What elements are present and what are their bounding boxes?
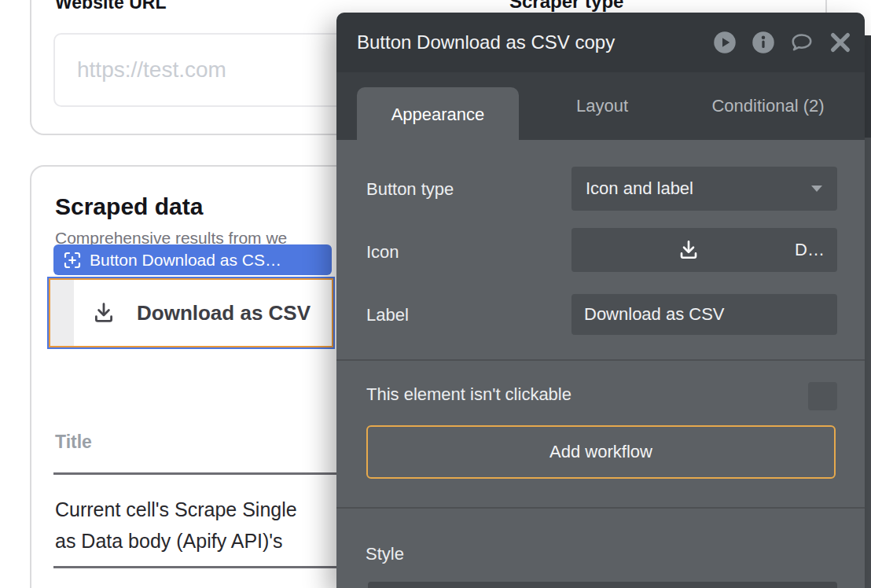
table-divider-top	[53, 472, 336, 475]
button-type-value: Icon and label	[586, 178, 693, 199]
panel-header: Button Download as CSV copy	[336, 13, 865, 72]
label-field-label: Label	[366, 305, 409, 325]
selection-outline: Download as CSV	[49, 278, 333, 347]
cell-expression-line2: as Data body (Apify API)'s	[55, 525, 297, 557]
chevron-down-icon	[810, 185, 823, 193]
section-divider	[336, 507, 865, 509]
scraper-type-label: Scraper type	[509, 0, 623, 13]
download-csv-button-selected[interactable]: Download as CSV	[47, 277, 335, 349]
table-column-header: Title	[55, 432, 92, 453]
background-window-header-sliver	[865, 35, 871, 138]
not-clickable-note: This element isn't clickable	[366, 384, 571, 405]
scraped-data-title: Scraped data	[55, 193, 203, 220]
button-left-strip	[50, 280, 74, 346]
button-type-label: Button type	[366, 179, 454, 200]
label-input[interactable]	[571, 294, 837, 335]
close-icon[interactable]	[829, 31, 852, 54]
button-type-dropdown[interactable]: Icon and label	[571, 167, 837, 211]
property-editor-panel: Button Download as CSV copy	[336, 13, 865, 588]
bubble-editor-screen: Website URL Scraper type Scraped data Co…	[0, 0, 871, 588]
icon-picker[interactable]: D…	[571, 228, 837, 272]
selection-badge-label: Button Download as CS…	[90, 251, 281, 270]
clickable-checkbox[interactable]	[808, 382, 837, 410]
website-url-label: Website URL	[55, 0, 166, 13]
download-csv-button-label: Download as CSV	[137, 301, 311, 325]
table-divider-bottom	[53, 566, 336, 568]
selection-badge[interactable]: Button Download as CS…	[53, 244, 332, 275]
table-cell-expression: Current cell's Scrape Single as Data bod…	[55, 494, 297, 557]
cell-expression-line1: Current cell's Scrape Single	[55, 494, 297, 525]
add-workflow-button[interactable]: Add workflow	[366, 425, 836, 479]
panel-body: Button type Icon and label Icon D… Label…	[336, 140, 865, 588]
comment-icon[interactable]	[790, 31, 814, 54]
download-icon	[91, 300, 116, 325]
section-divider	[336, 359, 865, 361]
download-icon	[677, 238, 700, 262]
tab-layout[interactable]: Layout	[533, 72, 671, 140]
tab-appearance[interactable]: Appearance	[357, 87, 519, 140]
panel-title: Button Download as CSV copy	[357, 31, 713, 53]
panel-tab-bar: Appearance Layout Conditional (2)	[336, 72, 865, 140]
tab-conditional[interactable]: Conditional (2)	[682, 72, 854, 140]
element-select-icon	[63, 251, 82, 270]
icon-picker-value: D…	[795, 240, 825, 260]
background-window-body-sliver	[865, 138, 871, 588]
info-icon[interactable]	[752, 31, 775, 54]
panel-header-icons	[713, 31, 852, 54]
preview-play-icon[interactable]	[713, 31, 737, 54]
style-section-label: Style	[366, 544, 404, 564]
style-dropdown[interactable]	[368, 582, 837, 588]
icon-field-label: Icon	[366, 242, 399, 263]
